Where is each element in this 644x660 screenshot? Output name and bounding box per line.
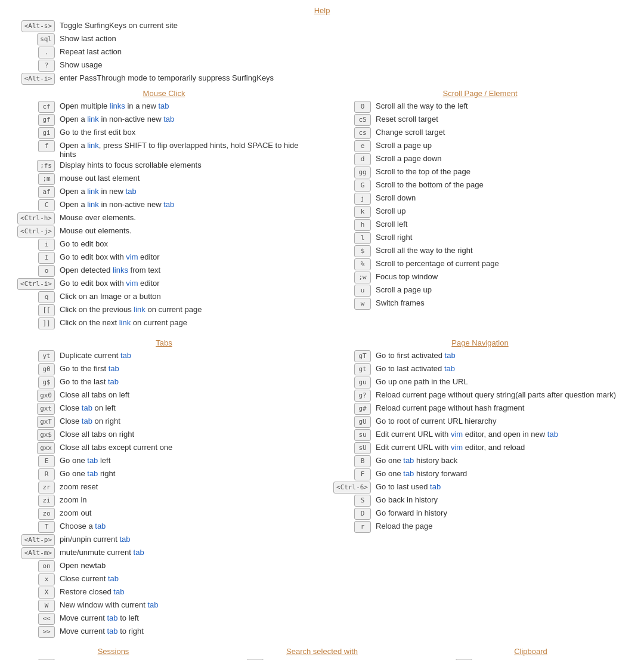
tabs-left-commands: ytDuplicate current tabg0Go to the first… [12,350,316,639]
table-row: gx$Close all tabs on right [12,428,316,442]
cmd-desc: Close all tabs except current one [60,443,316,452]
cmd-desc: Go to edit box [60,239,316,248]
cmd-desc: Close tab on right [60,417,316,425]
cmd-key: af [12,186,60,198]
table-row: TChoose a tab [12,520,316,533]
clipboard-section: Clipboard yGCapture current full page [429,643,632,660]
table-row: gUGo to root of current URL hierarchy [328,415,632,428]
tabs-section: Tabs ytDuplicate current tabg0Go to the … [12,335,316,639]
table-row: RGo one tab right [12,468,316,481]
cmd-desc: Click on an Image or a button [60,292,316,301]
main-container: Help <Alt-s>Toggle SurfingKeys on curren… [6,0,638,660]
table-row: EGo one tab left [12,455,316,468]
cmd-desc: Duplicate current tab [60,351,316,360]
cmd-key: zr [12,482,60,494]
cmd-desc: Reload current page without query string… [376,390,632,399]
table-row: gTGo to first activated tab [328,350,632,363]
table-row: guGo up one path in the URL [328,376,632,389]
table-row: zizoom in [12,494,316,507]
cmd-key: sU [328,442,376,454]
cmd-desc: Open a link in new tab [60,187,316,196]
cmd-desc: Scroll all the way to the left [376,101,632,110]
table-row: gxxClose all tabs except current one [12,442,316,455]
table-row: gxTClose tab on right [12,415,316,428]
table-row: zozoom out [12,507,316,520]
cmd-key: zi [12,495,60,507]
cmd-key: cS [328,114,376,126]
table-row: DGo forward in history [328,507,632,520]
tabs-nav-grid: Tabs ytDuplicate current tabg0Go to the … [12,335,632,639]
table-row: FGo one tab history forward [328,468,632,481]
cmd-desc: Scroll down [376,193,632,202]
cmd-key: [[ [12,304,60,316]
cmd-key: g? [328,390,376,402]
cmd-desc: Edit current URL with vim editor, and op… [376,430,632,439]
cmd-desc: Open detected links from text [60,266,316,275]
table-row: jScroll down [328,192,632,205]
cmd-key: u [328,285,376,297]
cmd-desc: Scroll a page down [376,154,632,163]
cmd-key: <Ctrl-h> [12,212,60,224]
cmd-desc: Go to last activated tab [376,364,632,373]
sessions-header: Sessions [12,647,215,656]
mouse-click-commands: cfOpen multiple links in a new tabgfOpen… [12,100,316,330]
table-row: kScroll up [328,205,632,218]
table-row: BGo one tab history back [328,455,632,468]
table-row: <Ctrl-6>Go to last used tab [328,481,632,494]
cmd-key: <Ctrl-i> [12,278,60,290]
table-row: <Alt-i>enter PassThrough mode to tempora… [12,72,632,85]
cmd-desc: Open a link, press SHIFT to flip overlap… [60,141,316,159]
cmd-key: $ [328,245,376,257]
cmd-key: 0 [328,101,376,113]
sessions-section: Sessions ZZSave session and quit [12,643,215,660]
cmd-key: R [12,468,60,480]
page-nav-header: Page Navigation [328,338,632,347]
cmd-desc: mute/unmute current tab [60,548,316,557]
cmd-key: B [328,455,376,467]
cmd-desc: pin/unpin current tab [60,535,316,544]
table-row: <<Move current tab to left [12,612,316,625]
cmd-key: e [328,140,376,152]
cmd-desc: Mouse out elements. [60,226,316,235]
cmd-desc: zoom in [60,495,316,504]
table-row: cSReset scroll target [328,113,632,127]
table-row: ytDuplicate current tab [12,350,316,363]
cmd-key: yt [12,350,60,362]
cmd-desc: Open newtab [60,561,316,570]
table-row: ggScroll to the top of the page [328,166,632,179]
cmd-key: gf [12,114,60,126]
table-row: gfOpen a link in non-active new tab [12,113,316,127]
cmd-desc: Reset scroll target [376,115,632,124]
table-row: <Ctrl-j>Mouse out elements. [12,225,316,238]
table-row: COpen a link in non-active new tab [12,199,316,212]
cmd-key: cs [328,127,376,139]
table-row: g0Go to the first tab [12,363,316,376]
clipboard-header: Clipboard [429,647,632,656]
table-row: fOpen a link, press SHIFT to flip overla… [12,140,316,159]
table-row: g$Go to the last tab [12,376,316,389]
cmd-desc: Scroll to the top of the page [376,167,632,176]
cmd-desc: Go one tab history forward [376,469,632,478]
cmd-desc: Close all tabs on left [60,390,316,399]
table-row: rReload the page [328,520,632,533]
table-row: iGo to edit box [12,238,316,251]
cmd-key: << [12,613,60,625]
cmd-key: <Alt-s> [12,20,60,32]
cmd-desc: Go to the last tab [60,377,316,386]
table-row: suEdit current URL with vim editor, and … [328,428,632,442]
table-row: afOpen a link in new tab [12,186,316,199]
cmd-desc: Move current tab to left [60,613,316,622]
cmd-key: gU [328,416,376,428]
bottom-three-col: Sessions ZZSave session and quit Search … [12,643,632,660]
cmd-desc: Close current tab [60,574,316,583]
help-header: Help [12,6,632,15]
cmd-desc: Click on the next link on current page [60,318,316,327]
table-row: gx0Close all tabs on left [12,389,316,402]
cmd-desc: Switch frames [376,298,632,307]
cmd-desc: Close tab on left [60,403,316,412]
table-row: <Alt-p>pin/unpin current tab [12,533,316,547]
cmd-key: sql [12,33,60,45]
tabs-header: Tabs [12,338,316,347]
table-row: ;wFocus top window [328,271,632,284]
scroll-page-header: Scroll Page / Element [328,89,632,98]
